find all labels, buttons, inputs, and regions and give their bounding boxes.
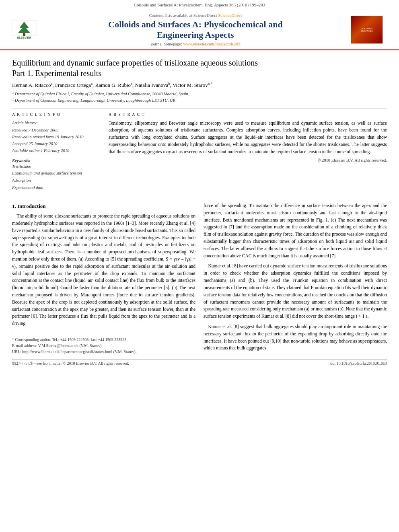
footnote-corresponding: * Corresponding author. Tel.: +44 1509 2… [12,337,195,343]
footnote-url: URL: http://www.lboro.ac.uk/departments/… [12,349,195,355]
body-section: 1. Introduction The ability of some silo… [12,202,387,355]
journal-title: Colloids and Surfaces A: Physicochemical… [48,19,343,41]
science-direct-line: Contents lists available at ScienceDirec… [48,13,343,18]
body-col-left: 1. Introduction The ability of some silo… [12,202,195,355]
keywords-list: Trisiloxane Equilibrium and dynamic surf… [12,163,101,191]
journal-homepage-link[interactable]: www.elsevier.com/locate/colsurfa [183,42,240,46]
footnotes: * Corresponding author. Tel.: +44 1509 2… [12,334,195,355]
journal-homepage: journal homepage: www.elsevier.com/locat… [48,42,343,46]
keyword-4: Experimental data [12,184,101,191]
keyword-3: Adsorption [12,177,101,184]
journal-title-section: Contents lists available at ScienceDirec… [40,13,351,46]
journal-cover-image: COLLOIDSSURFACES [351,16,383,44]
affiliation-a: ᵃ Department of Química Física I, Facult… [12,91,387,97]
affiliations: ᵃ Department of Química Física I, Facult… [12,91,387,104]
keywords-label: Keywords: [12,158,101,163]
journal-header: ELSEVIER Contents lists available at Sci… [0,9,399,50]
footer-issn: 0927-7757/$ – see front matter © 2010 El… [12,361,129,366]
svg-rect-3 [23,33,25,36]
elsevier-logo-section: ELSEVIER [8,18,40,41]
journal-citation: Colloids and Surfaces A: Physicochem. En… [134,2,265,7]
revised-date: Received in revised form 19 January 2010 [12,134,101,141]
divider [12,109,387,109]
page-container: Colloids and Surfaces A: Physicochem. En… [0,0,399,532]
intro-paragraph-4: Kumar et al. [8] suggest that bulk aggre… [204,323,387,352]
keyword-1: Trisiloxane [12,163,101,170]
abstract-heading: A B S T R A C T [109,112,387,117]
footnote-email: E-mail address: V.M.Starov@lboro.ac.uk (… [12,343,195,349]
keyword-2: Equilibrium and dynamic surface tension [12,170,101,177]
article-title: Equilibrium and dynamic surface properti… [12,58,387,78]
top-bar: Colloids and Surfaces A: Physicochem. En… [0,0,399,9]
section-title: 1. Introduction [12,202,195,210]
keywords-section: Keywords: Trisiloxane Equilibrium and dy… [12,158,101,191]
history-heading: Article history: [12,120,101,127]
article-history: Article history: Received 7 December 200… [12,120,101,154]
copyright: © 2010 Elsevier B.V. All rights reserved… [109,158,387,162]
received-date: Received 7 December 2009 [12,127,101,134]
intro-paragraph-2: force of the spreading. To maintain the … [204,202,387,260]
body-col-right: force of the spreading. To maintain the … [204,202,387,355]
footer-doi: doi:10.1016/j.colsurfa.2010.01.053 [330,361,387,366]
divider-2 [12,198,387,198]
article-info-heading: A R T I C L E I N F O [12,112,101,117]
article-info-col: A R T I C L E I N F O Article history: R… [12,112,101,191]
info-abstract-section: A R T I C L E I N F O Article history: R… [12,112,387,191]
abstract-text: Tensiometry, ellipsometry and Brewster a… [109,120,387,156]
intro-paragraph-3: Kumar et al. [8] have carried out dynami… [204,263,387,320]
footer-bar: 0927-7757/$ – see front matter © 2010 El… [12,359,387,366]
svg-text:ELSEVIER: ELSEVIER [17,36,31,39]
available-date: Available online 1 February 2010 [12,148,101,154]
main-content: Equilibrium and dynamic surface properti… [0,50,399,373]
accepted-date: Accepted 25 January 2010 [12,141,101,148]
science-direct-link[interactable]: ScienceDirect [218,13,242,18]
abstract-col: A B S T R A C T Tensiometry, ellipsometr… [109,112,387,191]
affiliation-b: ᵇ Department of Chemical Engineering, Lo… [12,97,387,104]
journal-cover-section: COLLOIDSSURFACES [351,16,387,44]
intro-paragraph-1: The ability of some siloxane surfactants… [12,213,195,327]
elsevier-logo-icon: ELSEVIER [8,18,40,41]
authors: Hernan A. Ritaccoa, Francisco Ortegaa, R… [12,82,387,88]
